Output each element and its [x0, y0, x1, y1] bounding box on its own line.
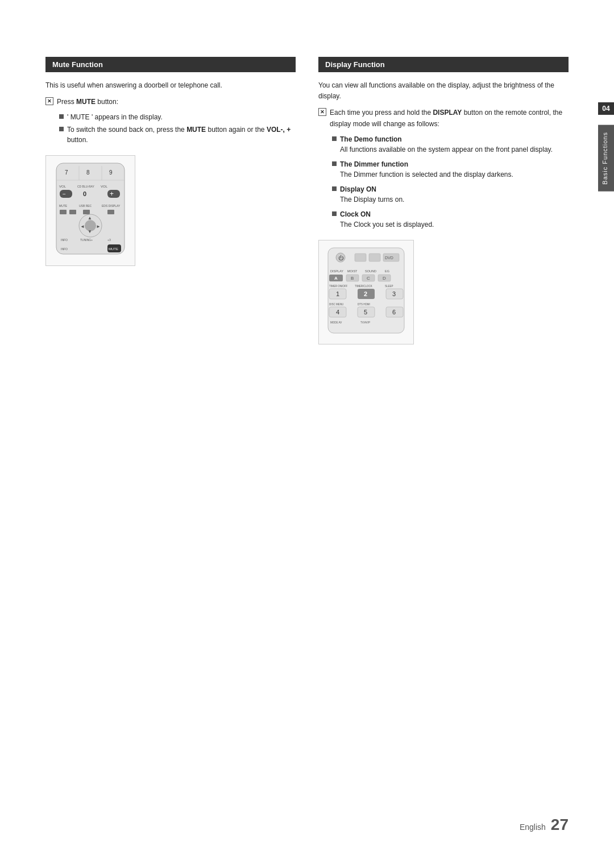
svg-text:INFO: INFO: [61, 247, 68, 251]
svg-rect-38: [369, 254, 380, 261]
vol-bold: VOL-, +: [267, 126, 291, 134]
svg-text:+3: +3: [107, 238, 111, 242]
svg-text:USB REC: USB REC: [79, 204, 92, 207]
display-section-body: You can view all functions available on …: [318, 80, 569, 344]
footer-text: English: [520, 823, 546, 832]
svg-text:⏻: ⏻: [338, 255, 344, 261]
demo-desc: All functions available on the system ap…: [340, 146, 553, 153]
svg-text:▼: ▼: [88, 229, 92, 234]
feature-dimmer: The Dimmer function The Dimmer function …: [332, 159, 569, 180]
feature-demo-content: The Demo function All functions availabl…: [340, 134, 553, 155]
sub-bullet-1: [59, 114, 64, 119]
clock-on-title: Clock ON: [340, 210, 371, 218]
display-bold: DISPLAY: [433, 109, 462, 117]
svg-text:MUTE: MUTE: [109, 247, 118, 251]
display-checkbox: [318, 108, 326, 116]
svg-text:C: C: [367, 276, 370, 281]
svg-text:+: +: [110, 190, 114, 198]
svg-text:TV/AV/P: TV/AV/P: [360, 321, 370, 324]
display-remote-image: ⏻ DVD DISPLAY MOIST SOUND EG A: [318, 240, 414, 344]
mute-step1-text: Press MUTE button:: [57, 97, 118, 107]
svg-text:TUNING+: TUNING+: [80, 238, 93, 242]
feature-clock-on-content: Clock ON The Clock you set is displayed.: [340, 209, 434, 230]
mute-section: Mute Function This is useful when answer…: [45, 57, 296, 344]
svg-text:SOUND: SOUND: [365, 269, 376, 273]
svg-text:EDS DISPLAY: EDS DISPLAY: [102, 204, 121, 207]
mute-bold: MUTE: [76, 98, 96, 106]
svg-text:D: D: [383, 276, 386, 281]
svg-rect-21: [107, 210, 114, 214]
svg-text:VOL: VOL: [101, 185, 108, 188]
chapter-label: Basic Functions: [598, 125, 614, 192]
svg-text:3: 3: [392, 290, 396, 297]
svg-rect-19: [69, 210, 76, 214]
svg-text:DISPLAY: DISPLAY: [330, 269, 343, 273]
display-step1-text: Each time you press and hold the DISPLAY…: [330, 107, 569, 129]
feature-clock-on: Clock ON The Clock you set is displayed.: [332, 209, 569, 230]
demo-title: The Demo function: [340, 135, 402, 143]
clock-on-desc: The Clock you set is displayed.: [340, 221, 434, 229]
chapter-number: 04: [598, 102, 614, 115]
svg-text:▲: ▲: [88, 215, 92, 221]
display-section: Display Function You can view all functi…: [318, 57, 569, 344]
svg-text:B: B: [351, 276, 354, 281]
svg-text:CD BLU-RAY: CD BLU-RAY: [77, 185, 95, 188]
mute-sub-text-1: ' MUTE ' appears in the display.: [67, 112, 163, 122]
svg-text:DTS HDMI: DTS HDMI: [358, 303, 370, 306]
svg-text:INFO: INFO: [61, 238, 68, 242]
svg-text:4: 4: [336, 309, 339, 315]
footer: English 27: [520, 816, 569, 834]
svg-text:−: −: [63, 191, 66, 197]
svg-text:DISC MENU: DISC MENU: [329, 303, 343, 306]
svg-rect-10: [60, 190, 72, 198]
svg-text:►: ►: [96, 224, 101, 229]
svg-rect-18: [60, 210, 67, 214]
svg-text:SLEEP: SLEEP: [385, 285, 393, 288]
mute-step1: Press MUTE button:: [45, 97, 296, 107]
bullet-dimmer: [332, 161, 337, 166]
mute-intro: This is useful when answering a doorbell…: [45, 80, 296, 91]
dimmer-desc: The Dimmer function is selected and the …: [340, 171, 513, 178]
display-on-desc: The Display turns on.: [340, 196, 404, 203]
mute-sub-item-1: ' MUTE ' appears in the display.: [59, 112, 296, 122]
svg-text:7: 7: [65, 169, 68, 176]
svg-text:TIMER/CLOCK: TIMER/CLOCK: [355, 285, 372, 288]
svg-text:◄: ◄: [80, 224, 85, 229]
mute-checkbox: [45, 97, 53, 105]
bullet-clock-on: [332, 211, 337, 216]
svg-text:2: 2: [364, 290, 367, 297]
svg-text:MOIST: MOIST: [347, 269, 358, 273]
svg-text:A: A: [334, 276, 338, 281]
footer-page: 27: [551, 816, 569, 833]
svg-text:MODE AV: MODE AV: [330, 321, 342, 324]
mute-remote-image: 7 8 9 VOL VOL CD BLU-RAY −: [45, 155, 135, 265]
feature-demo: The Demo function All functions availabl…: [332, 134, 569, 155]
svg-text:DVD: DVD: [385, 256, 393, 260]
svg-text:MUTE: MUTE: [59, 204, 68, 207]
svg-text:1: 1: [336, 290, 339, 297]
mute-sub-text-2: To switch the sound back on, press the M…: [67, 124, 296, 145]
content-columns: Mute Function This is useful when answer…: [45, 57, 569, 344]
display-remote-svg: ⏻ DVD DISPLAY MOIST SOUND EG A: [323, 245, 409, 336]
svg-text:EG: EG: [385, 269, 389, 273]
bullet-display-on: [332, 186, 337, 191]
svg-text:9: 9: [109, 169, 113, 176]
feature-display-on-content: Display ON The Display turns on.: [340, 184, 404, 205]
svg-text:0: 0: [83, 190, 86, 197]
svg-text:TIMER ON/OFF: TIMER ON/OFF: [329, 285, 347, 288]
mute-section-body: This is useful when answering a doorbell…: [45, 80, 296, 266]
svg-rect-37: [355, 254, 366, 261]
dimmer-title: The Dimmer function: [340, 160, 408, 168]
display-intro: You can view all functions available on …: [318, 80, 569, 102]
page-container: 04 Basic Functions Mute Function This is…: [0, 0, 614, 868]
svg-text:6: 6: [392, 309, 396, 315]
feature-display-on: Display ON The Display turns on.: [332, 184, 569, 205]
svg-rect-20: [83, 210, 90, 214]
mute-sub-item-2: To switch the sound back on, press the M…: [59, 124, 296, 145]
display-features-list: The Demo function All functions availabl…: [332, 134, 569, 230]
mute-section-header: Mute Function: [45, 57, 296, 72]
sub-bullet-2: [59, 127, 64, 131]
mute-sub-list: ' MUTE ' appears in the display. To swit…: [59, 112, 296, 145]
svg-text:5: 5: [364, 309, 367, 315]
display-on-title: Display ON: [340, 185, 376, 193]
